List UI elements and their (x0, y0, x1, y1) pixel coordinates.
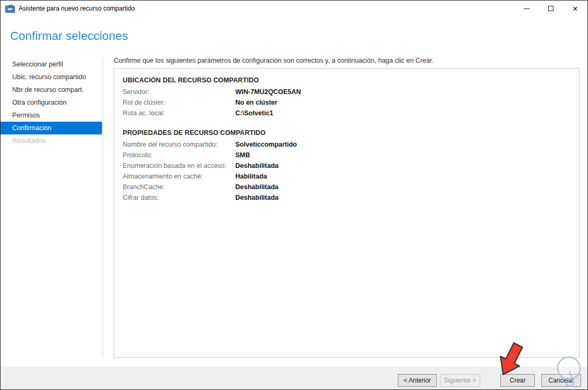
row-value: WIN-7MU2QCOE5AN (235, 88, 301, 96)
summary-row: Servidor: WIN-7MU2QCOE5AN (123, 87, 570, 97)
crear-button[interactable]: Crear (500, 374, 535, 387)
section-heading-propiedades: PROPIEDADES DE RECURSO COMPARTIDO (123, 129, 570, 137)
summary-row: Enumeración basada en el acceso: Deshabi… (123, 160, 570, 171)
maximize-icon (548, 6, 553, 11)
row-label: Protocolo: (123, 151, 235, 159)
row-label: Nombre del recurso compartido: (123, 141, 235, 148)
sidebar-item-permisos[interactable]: Permisos (1, 109, 102, 122)
sidebar-item-seleccionar-perfil[interactable]: Seleccionar perfil (1, 58, 102, 71)
summary-row: Cifrar datos: Deshabilitada (123, 192, 570, 203)
sidebar-item-otra-configuracion[interactable]: Otra configuración (1, 96, 102, 109)
sidebar-item-ubicacion-recurso[interactable]: Ubic. recurso compartido (1, 71, 102, 83)
maximize-button[interactable] (539, 1, 563, 16)
row-value: Habilitada (235, 173, 267, 180)
share-location-section: UBICACIÓN DEL RECURSO COMPARTIDO Servido… (123, 77, 570, 118)
close-button[interactable]: ✕ (563, 1, 587, 16)
summary-row: Protocolo: SMB (123, 150, 570, 160)
wizard-steps-sidebar: Seleccionar perfil Ubic. recurso compart… (1, 58, 102, 147)
row-label: Ruta ac. local: (123, 109, 235, 117)
minimize-button[interactable] (514, 1, 539, 16)
summary-panel: UBICACIÓN DEL RECURSO COMPARTIDO Servido… (114, 68, 580, 358)
summary-row: Almacenamiento en caché: Habilitada (123, 171, 570, 182)
row-value: SMB (235, 151, 250, 159)
summary-row: Nombre del recurso compartido: Solveticc… (123, 139, 570, 150)
close-icon: ✕ (573, 5, 578, 13)
section-heading-ubicacion: UBICACIÓN DEL RECURSO COMPARTIDO (123, 77, 570, 84)
row-label: Servidor: (123, 88, 235, 96)
sidebar-divider (103, 58, 103, 358)
row-label: Cifrar datos: (123, 194, 235, 201)
wizard-footer (1, 367, 587, 389)
page-title: Confirmar selecciones (10, 29, 128, 43)
summary-row: Ruta ac. local: C:\Solvetic1 (123, 108, 570, 118)
sidebar-item-confirmacion[interactable]: Confirmación (1, 122, 102, 134)
row-value: Solveticcompartido (235, 141, 297, 148)
row-value: Deshabilitada (235, 194, 278, 201)
row-value: Deshabilitada (235, 162, 278, 169)
siguiente-button: Siguiente > (440, 374, 480, 387)
minimize-icon (524, 9, 530, 9)
share-properties-section: PROPIEDADES DE RECURSO COMPARTIDO Nombre… (123, 129, 570, 203)
row-value: C:\Solvetic1 (235, 109, 274, 117)
row-label: Enumeración basada en el acceso: (123, 162, 235, 169)
anterior-button[interactable]: < Anterior (398, 374, 437, 387)
row-label: Almacenamiento en caché: (123, 173, 235, 180)
row-value: Deshabilitada (235, 183, 278, 191)
cancelar-button[interactable]: Cancelar (541, 374, 581, 387)
summary-row: Rol de clúster: No en clúster (123, 97, 570, 108)
row-label: BranchCache: (123, 183, 235, 191)
sidebar-item-resultados: Resultados (1, 134, 102, 147)
title-bar: Asistente para nuevo recurso compartido … (1, 1, 587, 16)
wizard-window: Asistente para nuevo recurso compartido … (0, 0, 588, 390)
summary-row: BranchCache: Deshabilitada (123, 182, 570, 192)
sidebar-item-nombre-recurso[interactable]: Nbr de recurso compart. (1, 83, 102, 96)
row-value: No en clúster (235, 99, 277, 106)
window-title: Asistente para nuevo recurso compartido (19, 5, 135, 12)
app-share-folder-icon (5, 5, 15, 13)
row-label: Rol de clúster: (123, 99, 235, 106)
confirmation-instructions: Confirme que los siguientes parámetros d… (114, 57, 581, 64)
